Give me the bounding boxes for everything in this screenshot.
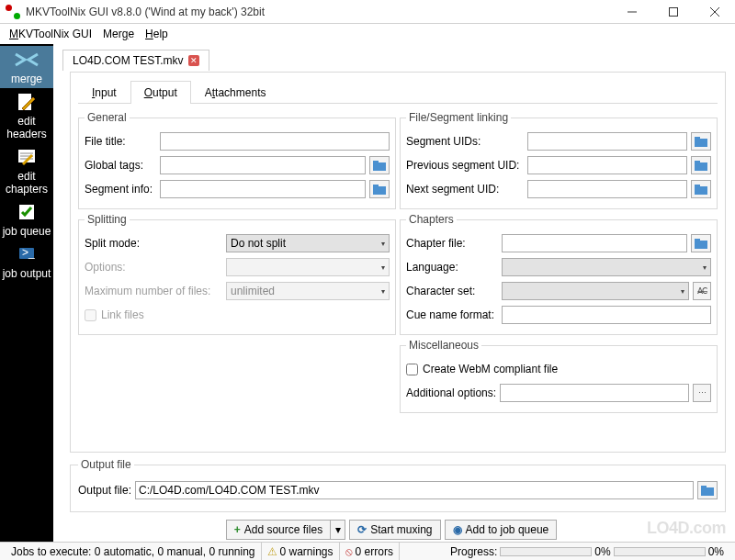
prev-uid-input[interactable] bbox=[527, 156, 687, 174]
content-area: LO4D.COM TEST.mkv ✕ Input Output Attachm… bbox=[53, 44, 735, 542]
group-splitting: Splitting Split mode: Do not split▾ Opti… bbox=[78, 213, 396, 335]
label-chapter-file: Chapter file: bbox=[406, 237, 498, 250]
webm-label: Create WebM compliant file bbox=[423, 363, 558, 375]
browse-next-uid-button[interactable] bbox=[691, 180, 711, 198]
record-icon: ◉ bbox=[453, 523, 462, 536]
add-to-queue-button[interactable]: ◉Add to job queue bbox=[445, 520, 558, 540]
label-cue-format: Cue name format: bbox=[406, 308, 498, 321]
inner-panel: Input Output Attachments General File ti… bbox=[70, 72, 726, 453]
plus-icon: + bbox=[234, 523, 241, 536]
group-general: General File title: Global tags: Segment… bbox=[78, 111, 396, 209]
label-global-tags: Global tags: bbox=[85, 159, 156, 172]
sidebar-label: merge bbox=[0, 73, 53, 85]
browse-chapter-file-button[interactable] bbox=[691, 234, 711, 252]
edit-headers-icon bbox=[13, 91, 40, 113]
group-chapters: Chapters Chapter file: Language: ▾ Chara… bbox=[400, 213, 718, 335]
link-files-checkbox: Link files bbox=[85, 308, 144, 321]
sidebar-item-edit-headers[interactable]: edit headers bbox=[0, 88, 53, 143]
add-source-files-button[interactable]: +Add source files bbox=[226, 520, 331, 540]
tab-input[interactable]: Input bbox=[78, 81, 130, 104]
browse-segment-info-button[interactable] bbox=[369, 180, 390, 198]
label-file-title: File title: bbox=[85, 135, 156, 148]
browse-segment-uids-button[interactable] bbox=[691, 132, 711, 151]
sidebar-item-job-output[interactable]: >_ job output bbox=[0, 241, 53, 283]
label-charset: Character set: bbox=[406, 285, 498, 297]
browse-prev-uid-button[interactable] bbox=[691, 156, 711, 174]
menu-merge[interactable]: Merge bbox=[97, 25, 140, 43]
global-tags-input[interactable] bbox=[160, 156, 366, 174]
label-output-file: Output file: bbox=[78, 484, 131, 497]
sidebar-item-job-queue[interactable]: job queue bbox=[0, 198, 53, 241]
start-muxing-button[interactable]: ⟳Start muxing bbox=[349, 520, 440, 540]
chevron-down-icon: ▾ bbox=[703, 263, 707, 272]
statusbar: Jobs to execute: 0 automatic, 0 manual, … bbox=[0, 542, 735, 560]
link-files-input bbox=[85, 309, 96, 321]
svg-rect-18 bbox=[695, 162, 707, 171]
tab-attachments[interactable]: Attachments bbox=[191, 81, 280, 104]
action-row: +Add source files ▾ ⟳Start muxing ◉Add t… bbox=[53, 520, 729, 540]
legend-chapters: Chapters bbox=[406, 213, 457, 226]
sidebar: merge edit headers edit chapters job que… bbox=[0, 44, 53, 542]
addopt-more-button[interactable]: ⋯ bbox=[693, 384, 711, 402]
group-misc: Miscellaneous Create WebM compliant file… bbox=[400, 339, 718, 413]
webm-checkbox[interactable]: Create WebM compliant file bbox=[406, 363, 558, 375]
menu-help[interactable]: Help bbox=[140, 25, 174, 43]
maximize-button[interactable] bbox=[652, 0, 694, 24]
file-title-input[interactable] bbox=[160, 132, 390, 151]
sidebar-label: job queue bbox=[0, 225, 53, 238]
app-icon bbox=[6, 5, 20, 19]
link-files-label: Link files bbox=[101, 308, 144, 321]
label-split-mode: Split mode: bbox=[85, 237, 222, 250]
add-source-files-splitbutton[interactable]: +Add source files ▾ bbox=[226, 520, 345, 540]
menubar: MKVToolNix GUI Merge Help bbox=[0, 24, 735, 44]
label-max-files: Maximum number of files: bbox=[85, 285, 222, 297]
svg-rect-22 bbox=[695, 241, 707, 249]
svg-rect-23 bbox=[695, 239, 700, 241]
svg-rect-13 bbox=[373, 161, 379, 163]
legend-splitting: Splitting bbox=[85, 213, 130, 226]
segment-info-input[interactable] bbox=[160, 180, 366, 198]
next-uid-input[interactable] bbox=[527, 180, 687, 198]
split-mode-select[interactable]: Do not split▾ bbox=[226, 234, 390, 252]
svg-rect-12 bbox=[373, 162, 386, 171]
charset-clear-button[interactable]: A̶C̶ bbox=[693, 282, 711, 300]
split-options-select: ▾ bbox=[226, 258, 390, 276]
menu-mkvtoolnix[interactable]: MKVToolNix GUI bbox=[4, 25, 97, 43]
chapter-file-input[interactable] bbox=[502, 234, 687, 252]
warning-icon: ⚠ bbox=[267, 545, 277, 558]
error-icon: ⦸ bbox=[345, 545, 353, 558]
svg-rect-24 bbox=[701, 487, 714, 496]
file-tab-row: LO4D.COM TEST.mkv ✕ bbox=[53, 48, 729, 72]
window-title: MKVToolNix GUI v8.8.0 ('Wind at my back'… bbox=[26, 6, 611, 18]
max-files-select: unlimited▾ bbox=[226, 282, 390, 300]
sidebar-item-edit-chapters[interactable]: edit chapters bbox=[0, 143, 53, 198]
chevron-down-icon: ▾ bbox=[381, 287, 385, 296]
job-output-icon: >_ bbox=[13, 243, 40, 265]
close-button[interactable] bbox=[694, 0, 735, 24]
cue-format-input[interactable] bbox=[502, 306, 711, 324]
browse-output-file-button[interactable] bbox=[697, 481, 718, 499]
legend-general: General bbox=[85, 111, 130, 124]
webm-input[interactable] bbox=[406, 364, 418, 375]
svg-rect-14 bbox=[373, 186, 386, 195]
svg-rect-16 bbox=[695, 139, 707, 147]
charset-select[interactable]: ▾ bbox=[502, 282, 689, 300]
language-select[interactable]: ▾ bbox=[502, 258, 711, 276]
status-warnings: ⚠0 warnings bbox=[262, 543, 340, 560]
svg-rect-21 bbox=[695, 185, 700, 187]
browse-global-tags-button[interactable] bbox=[369, 156, 390, 174]
segment-uids-input[interactable] bbox=[527, 132, 687, 151]
close-tab-icon[interactable]: ✕ bbox=[188, 55, 199, 66]
label-addopt: Additional options: bbox=[406, 386, 496, 399]
add-source-files-dropdown[interactable]: ▾ bbox=[331, 520, 345, 540]
svg-rect-1 bbox=[669, 7, 677, 16]
sidebar-item-merge[interactable]: merge bbox=[0, 46, 53, 88]
file-tab[interactable]: LO4D.COM TEST.mkv ✕ bbox=[62, 50, 209, 71]
tab-output[interactable]: Output bbox=[130, 81, 191, 104]
output-file-input[interactable] bbox=[135, 481, 694, 499]
file-tab-name: LO4D.COM TEST.mkv bbox=[73, 54, 183, 67]
merge-icon bbox=[13, 49, 40, 71]
chevron-down-icon: ▾ bbox=[681, 287, 684, 296]
addopt-input[interactable] bbox=[500, 384, 689, 402]
minimize-button[interactable] bbox=[611, 0, 652, 24]
